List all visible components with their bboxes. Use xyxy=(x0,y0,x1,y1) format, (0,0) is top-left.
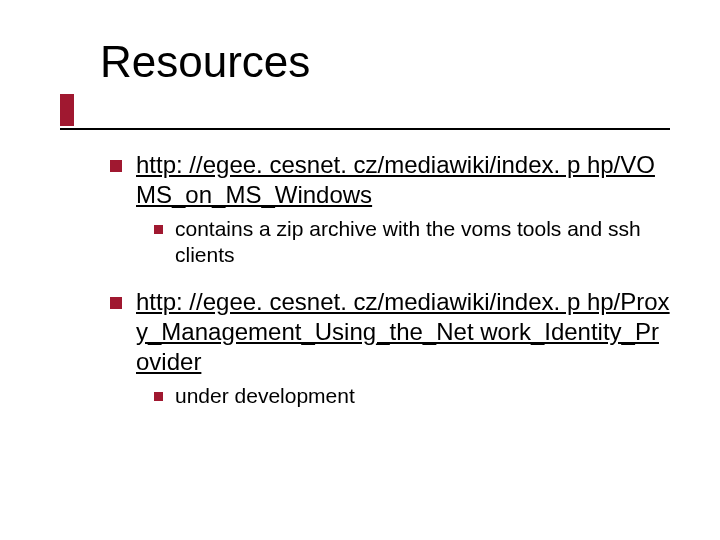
sub-bullet-text: contains a zip archive with the voms too… xyxy=(175,216,670,269)
list-item: under development xyxy=(154,383,670,409)
title-wrap: Resources xyxy=(100,40,310,84)
bullet-text: http: //egee. cesnet. cz/mediawiki/index… xyxy=(136,287,670,377)
sub-bullet-text: under development xyxy=(175,383,670,409)
square-bullet-icon xyxy=(110,160,122,172)
bullet-text: http: //egee. cesnet. cz/mediawiki/index… xyxy=(136,150,670,210)
resource-link[interactable]: http: //egee. cesnet. cz/mediawiki/index… xyxy=(136,151,655,208)
title-rule xyxy=(60,128,670,130)
title-accent xyxy=(60,94,74,126)
slide: Resources http: //egee. cesnet. cz/media… xyxy=(0,0,720,540)
sub-list: contains a zip archive with the voms too… xyxy=(154,216,670,269)
square-bullet-icon xyxy=(154,225,163,234)
list-item: http: //egee. cesnet. cz/mediawiki/index… xyxy=(110,150,670,210)
sub-list: under development xyxy=(154,383,670,409)
list-item: contains a zip archive with the voms too… xyxy=(154,216,670,269)
square-bullet-icon xyxy=(110,297,122,309)
list-item: http: //egee. cesnet. cz/mediawiki/index… xyxy=(110,287,670,377)
resource-link[interactable]: http: //egee. cesnet. cz/mediawiki/index… xyxy=(136,288,670,375)
square-bullet-icon xyxy=(154,392,163,401)
content: http: //egee. cesnet. cz/mediawiki/index… xyxy=(110,150,670,427)
slide-title: Resources xyxy=(100,40,310,84)
